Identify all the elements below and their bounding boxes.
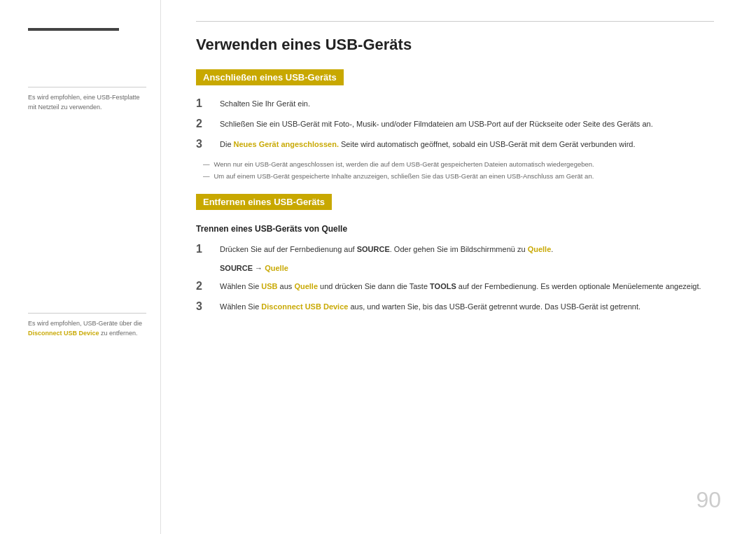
step-2-3-highlight: Disconnect USB Device [261, 302, 348, 311]
step-2-1-highlight: Quelle [528, 245, 552, 253]
sidebar-note-1: Es wird empfohlen, eine USB-Festplatte m… [28, 87, 146, 112]
step-1-1-text: Schalten Sie Ihr Gerät ein. [220, 97, 714, 110]
sidebar-top-bar [28, 28, 119, 31]
step-1-3-highlight: Neues Gerät angeschlossen. [234, 140, 339, 148]
source-bold: SOURCE [357, 245, 390, 253]
top-divider [196, 21, 714, 22]
step-2-2: 2 Wählen Sie USB aus Quelle und drücken … [196, 279, 714, 293]
section-disconnect: Entfernen eines USB-Geräts Trennen eines… [196, 194, 714, 314]
step-1-2: 2 Schließen Sie ein USB-Gerät mit Foto-,… [196, 117, 714, 130]
subsection-title: Trennen eines USB-Geräts von Quelle [196, 224, 714, 234]
note-1: Wenn nur ein USB-Gerät angeschlossen ist… [203, 160, 714, 169]
step-2-1-text: Drücken Sie auf der Fernbedienung auf SO… [220, 242, 714, 255]
tools-bold: TOOLS [430, 282, 456, 290]
step-2-3-text: Wählen Sie Disconnect USB Device aus, un… [220, 300, 714, 313]
main-content: Verwenden eines USB-Geräts Anschließen e… [161, 0, 756, 534]
section1-header: Anschließen eines USB-Geräts [196, 69, 344, 85]
section-connect: Anschließen eines USB-Geräts 1 Schalten … [196, 69, 714, 181]
step-1-1: 1 Schalten Sie Ihr Gerät ein. [196, 97, 714, 110]
page-title: Verwenden eines USB-Geräts [196, 36, 714, 54]
sidebar-note2-text2: zu entfernen. [101, 330, 138, 337]
sidebar-note-1-text: Es wird empfohlen, eine USB-Festplatte m… [28, 94, 140, 111]
step-1-3-text: Die Neues Gerät angeschlossen. Seite wir… [220, 137, 714, 150]
sidebar: Es wird empfohlen, eine USB-Festplatte m… [0, 0, 161, 534]
note-2: Um auf einem USB-Gerät gespeicherte Inha… [203, 171, 714, 181]
section1-steps: 1 Schalten Sie Ihr Gerät ein. 2 Schließe… [196, 97, 714, 151]
step-1-2-text: Schließen Sie ein USB-Gerät mit Foto-, M… [220, 117, 714, 130]
page-number: 90 [696, 487, 721, 513]
sidebar-note2-text1: Es wird empfohlen, USB-Geräte über die [28, 320, 142, 327]
sidebar-note2-highlight: Disconnect USB Device [28, 330, 99, 337]
section2-header: Entfernen eines USB-Geräts [196, 194, 332, 210]
step-2-1: 1 Drücken Sie auf der Fernbedienung auf … [196, 242, 714, 255]
section1-notes: Wenn nur ein USB-Gerät angeschlossen ist… [196, 160, 714, 182]
step-2-2-quelle: Quelle [294, 282, 318, 290]
step-2-2-text: Wählen Sie USB aus Quelle und drücken Si… [220, 279, 714, 293]
section2-steps: 1 Drücken Sie auf der Fernbedienung auf … [196, 242, 714, 255]
step-2-3: 3 Wählen Sie Disconnect USB Device aus, … [196, 300, 714, 313]
sidebar-note-2: Es wird empfohlen, USB-Geräte über die D… [28, 313, 146, 338]
source-arrow: SOURCE → Quelle [220, 264, 714, 272]
source-arrow-highlight: Quelle [265, 264, 288, 272]
step-2-2-usb: USB [261, 282, 277, 290]
step-1-3: 3 Die Neues Gerät angeschlossen. Seite w… [196, 137, 714, 150]
section2-steps-cont: 2 Wählen Sie USB aus Quelle und drücken … [196, 279, 714, 313]
